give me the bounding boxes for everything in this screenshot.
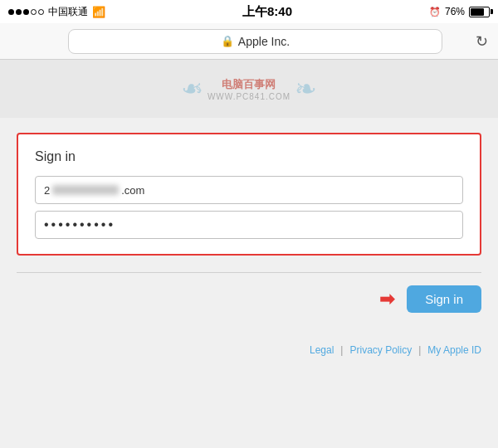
email-field[interactable]: 2 .com xyxy=(35,176,463,204)
battery-percent: 76% xyxy=(445,6,465,17)
signal-dot-5 xyxy=(38,9,44,15)
watermark-content: ❧ 电脑百事网 WWW.PC841.COM ❧ xyxy=(181,73,317,105)
lock-icon: 🔒 xyxy=(221,35,234,47)
signin-row: ➡ Sign in xyxy=(17,285,481,313)
url-bar[interactable]: 🔒 Apple Inc. xyxy=(68,29,442,54)
watermark-url: WWW.PC841.COM xyxy=(208,92,290,101)
signin-box: Sign in 2 .com •••••••••• xyxy=(17,133,481,256)
watermark-area: ❧ 电脑百事网 WWW.PC841.COM ❧ xyxy=(0,60,498,118)
wifi-icon: 📶 xyxy=(92,6,105,18)
signin-title: Sign in xyxy=(35,149,463,164)
watermark-site: 电脑百事网 xyxy=(222,77,276,92)
footer-sep-2: | xyxy=(418,344,421,356)
nav-title: Apple Inc. xyxy=(238,35,290,48)
signal-dots xyxy=(8,9,44,15)
status-bar: 中国联通 📶 上午8:40 ⏰ 76% xyxy=(0,0,498,23)
battery-fill xyxy=(471,8,484,16)
battery-icon xyxy=(469,7,490,17)
status-left: 中国联通 📶 xyxy=(8,5,105,19)
footer-sep-1: | xyxy=(340,344,343,356)
signal-dot-1 xyxy=(8,9,14,15)
wing-right-icon: ❧ xyxy=(295,73,317,105)
wing-left-icon: ❧ xyxy=(181,73,203,105)
password-field[interactable]: •••••••••• xyxy=(35,211,463,239)
signin-button[interactable]: Sign in xyxy=(407,285,481,313)
privacy-link[interactable]: Privacy Policy xyxy=(349,344,412,356)
email-suffix: .com xyxy=(121,184,144,197)
email-blur-mask xyxy=(52,185,119,195)
nav-bar: 🔒 Apple Inc. ↻ xyxy=(0,23,498,60)
carrier-label: 中国联通 xyxy=(48,5,88,19)
signal-dot-4 xyxy=(31,9,37,15)
email-prefix: 2 xyxy=(44,184,50,197)
apple-id-link[interactable]: My Apple ID xyxy=(427,344,481,356)
signal-dot-3 xyxy=(23,9,29,15)
main-content: Sign in 2 .com •••••••••• ➡ Sign in xyxy=(0,118,498,336)
refresh-button[interactable]: ↻ xyxy=(476,32,488,51)
alarm-icon: ⏰ xyxy=(429,7,441,17)
time-display: 上午8:40 xyxy=(242,4,292,20)
watermark-wings: ❧ 电脑百事网 WWW.PC841.COM ❧ xyxy=(181,73,317,105)
separator xyxy=(17,272,481,273)
signal-dot-2 xyxy=(16,9,22,15)
arrow-icon: ➡ xyxy=(379,289,394,310)
status-right: ⏰ 76% xyxy=(429,6,490,17)
footer-links: Legal | Privacy Policy | My Apple ID xyxy=(0,336,498,364)
legal-link[interactable]: Legal xyxy=(310,344,334,356)
password-dots: •••••••••• xyxy=(44,217,115,232)
